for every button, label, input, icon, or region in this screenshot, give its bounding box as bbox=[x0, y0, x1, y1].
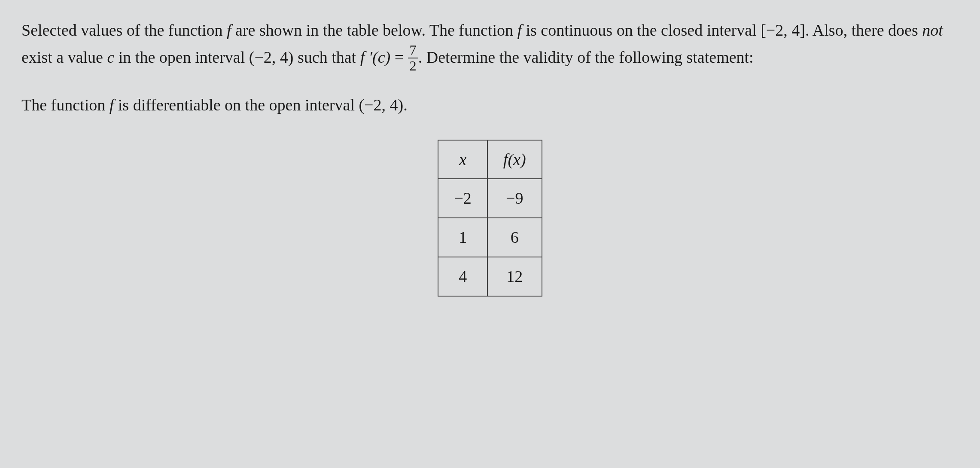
text-segment: in the open interval bbox=[114, 48, 249, 66]
interval-comma: , bbox=[783, 21, 791, 39]
math-c: c bbox=[107, 48, 114, 66]
interval-paren: ( bbox=[249, 48, 255, 66]
table-row: 1 6 bbox=[438, 218, 542, 257]
table-cell-x: 4 bbox=[438, 257, 487, 296]
table-cell-fx: −9 bbox=[487, 179, 542, 218]
text-segment: . Determine the validity of the followin… bbox=[418, 48, 754, 66]
interval-comma: , bbox=[382, 96, 390, 114]
interval-comma: , bbox=[272, 48, 280, 66]
interval-value: −2 bbox=[254, 48, 271, 66]
table-container: x f(x) −2 −9 1 6 4 12 bbox=[21, 140, 959, 297]
table-header-row: x f(x) bbox=[438, 140, 542, 179]
interval-paren: ) bbox=[288, 48, 294, 66]
fraction: 72 bbox=[408, 43, 418, 74]
table-row: 4 12 bbox=[438, 257, 542, 296]
equals-sign: = bbox=[390, 48, 408, 66]
emphasis-not: not bbox=[922, 21, 943, 39]
interval-value: −2 bbox=[364, 96, 381, 114]
fraction-numerator: 7 bbox=[408, 43, 418, 59]
math-f: f bbox=[227, 21, 231, 39]
text-segment: The function bbox=[21, 96, 110, 114]
interval-value: 4 bbox=[390, 96, 398, 114]
text-segment: . Also, there does bbox=[805, 21, 922, 39]
table-cell-fx: 6 bbox=[487, 218, 542, 257]
table-cell-fx: 12 bbox=[487, 257, 542, 296]
fraction-denominator: 2 bbox=[408, 58, 418, 74]
text-segment: Selected values of the function bbox=[21, 21, 227, 39]
table-cell-x: 1 bbox=[438, 218, 487, 257]
interval-bracket: ] bbox=[800, 21, 805, 39]
text-segment: is continuous on the closed interval bbox=[522, 21, 761, 39]
math-fprime: f ′(c) bbox=[360, 48, 391, 66]
data-table: x f(x) −2 −9 1 6 4 12 bbox=[438, 140, 542, 297]
interval-bracket: [ bbox=[761, 21, 766, 39]
interval-value: −2 bbox=[766, 21, 783, 39]
text-segment: is differentiable on the open interval bbox=[114, 96, 359, 114]
math-f: f bbox=[110, 96, 114, 114]
table-header-x: x bbox=[438, 140, 487, 179]
math-f: f bbox=[517, 21, 522, 39]
interval-paren: ) bbox=[398, 96, 404, 114]
table-cell-x: −2 bbox=[438, 179, 487, 218]
problem-text: Selected values of the function f are sh… bbox=[21, 17, 959, 75]
text-segment: are shown in the table below. The functi… bbox=[231, 21, 517, 39]
table-row: −2 −9 bbox=[438, 179, 542, 218]
interval-value: 4 bbox=[791, 21, 800, 39]
interval-paren: ( bbox=[359, 96, 364, 114]
table-header-fx: f(x) bbox=[487, 140, 542, 179]
text-segment: . bbox=[403, 96, 408, 114]
statement-text: The function f is differentiable on the … bbox=[21, 92, 959, 118]
text-segment: exist a value bbox=[21, 48, 107, 66]
text-segment: such that bbox=[293, 48, 360, 66]
interval-value: 4 bbox=[280, 48, 288, 66]
